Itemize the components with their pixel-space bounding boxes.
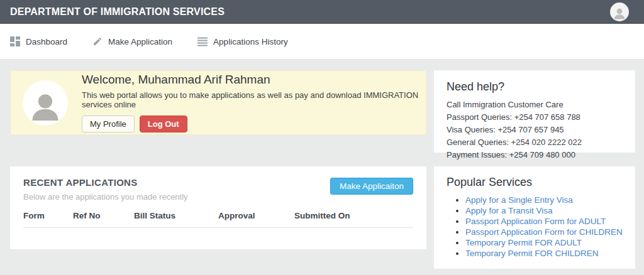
service-link-transit-visa[interactable]: Apply for a Transit Visa — [465, 206, 553, 215]
list-item: Passport Application Form for ADULT — [465, 216, 623, 227]
welcome-title: Welcome, Muhammad Arif Rahman — [82, 73, 426, 87]
make-application-button[interactable]: Make Applicaiton — [330, 178, 413, 195]
help-line: Passport Queries: +254 707 658 788 — [447, 111, 623, 124]
service-link-single-entry-visa[interactable]: Apply for a Single Entry Visa — [465, 195, 573, 205]
list-item: Temporary Permit FOR CHILDREN — [465, 248, 623, 259]
need-help-lines: Call Immigration Customer Care Passport … — [447, 99, 623, 161]
column-header-form: Form — [23, 211, 73, 228]
nav-item-label: Dashboard — [26, 37, 67, 46]
main-nav: Dashboard Make Application Applications … — [0, 24, 644, 60]
main-content: Welcome, Muhammad Arif Rahman This web p… — [0, 60, 644, 269]
profile-avatar — [23, 80, 68, 126]
popular-services-list: Apply for a Single Entry Visa Apply for … — [447, 195, 623, 259]
need-help-title: Need help? — [447, 80, 623, 94]
grid-icon — [10, 36, 20, 46]
app-header: DEPARTMENT OF IMMIGRATION SERVICES — [0, 0, 644, 24]
applications-table: Form Ref No Bill Status Approval Submitt… — [23, 211, 413, 228]
welcome-panel: Welcome, Muhammad Arif Rahman This web p… — [10, 70, 426, 135]
popular-services-title: Popular Services — [447, 176, 623, 189]
right-column: Need help? Call Immigration Customer Car… — [434, 70, 635, 269]
my-profile-button[interactable]: My Profile — [82, 116, 135, 132]
column-header-submitted-on: Submitted On — [294, 211, 413, 228]
nav-item-make-application[interactable]: Make Application — [92, 36, 172, 46]
need-help-panel: Need help? Call Immigration Customer Car… — [434, 70, 635, 153]
nav-item-label: Applications History — [213, 37, 288, 46]
list-item: Apply for a Transit Visa — [465, 205, 623, 216]
table-header-row: Form Ref No Bill Status Approval Submitt… — [23, 211, 413, 228]
help-line: General Queries: +254 020 2222 022 — [447, 136, 623, 149]
welcome-buttons: My Profile Log Out — [82, 116, 426, 132]
person-icon — [27, 80, 64, 126]
user-avatar-button[interactable] — [610, 3, 629, 21]
recent-applications-panel: RECENT APPLICATIONS Below are the applic… — [10, 166, 426, 249]
service-link-passport-adult[interactable]: Passport Application Form for ADULT — [465, 217, 606, 226]
service-link-permit-children[interactable]: Temporary Permit FOR CHILDREN — [465, 249, 599, 258]
service-link-passport-children[interactable]: Passport Application Form for CHILDREN — [465, 227, 623, 237]
column-header-bill-status: Bill Status — [134, 211, 218, 228]
nav-item-dashboard[interactable]: Dashboard — [10, 36, 67, 46]
help-line: Visa Queries: +254 707 657 945 — [447, 124, 623, 136]
list-item: Apply for a Single Entry Visa — [465, 195, 623, 205]
app-title: DEPARTMENT OF IMMIGRATION SERVICES — [10, 6, 225, 18]
help-line: Payment Issues: +254 709 480 000 — [447, 149, 623, 161]
welcome-description: This web portal allows you to make appli… — [82, 90, 426, 109]
pencil-icon — [92, 36, 103, 46]
welcome-text: Welcome, Muhammad Arif Rahman This web p… — [82, 73, 426, 132]
column-header-approval: Approval — [218, 211, 294, 228]
nav-item-label: Make Application — [108, 37, 172, 46]
nav-item-applications-history[interactable]: Applications History — [197, 36, 288, 46]
popular-services-panel: Popular Services Apply for a Single Entr… — [434, 166, 635, 269]
help-line: Call Immigration Customer Care — [447, 99, 623, 111]
list-item: Temporary Permit FOR ADULT — [465, 237, 623, 248]
person-icon — [612, 3, 627, 21]
column-header-ref-no: Ref No — [73, 211, 134, 228]
list-item: Passport Application Form for CHILDREN — [465, 227, 623, 237]
service-link-permit-adult[interactable]: Temporary Permit FOR ADULT — [465, 238, 582, 247]
log-out-button[interactable]: Log Out — [140, 116, 187, 132]
list-icon — [197, 36, 208, 46]
left-column: Welcome, Muhammad Arif Rahman This web p… — [10, 70, 426, 269]
